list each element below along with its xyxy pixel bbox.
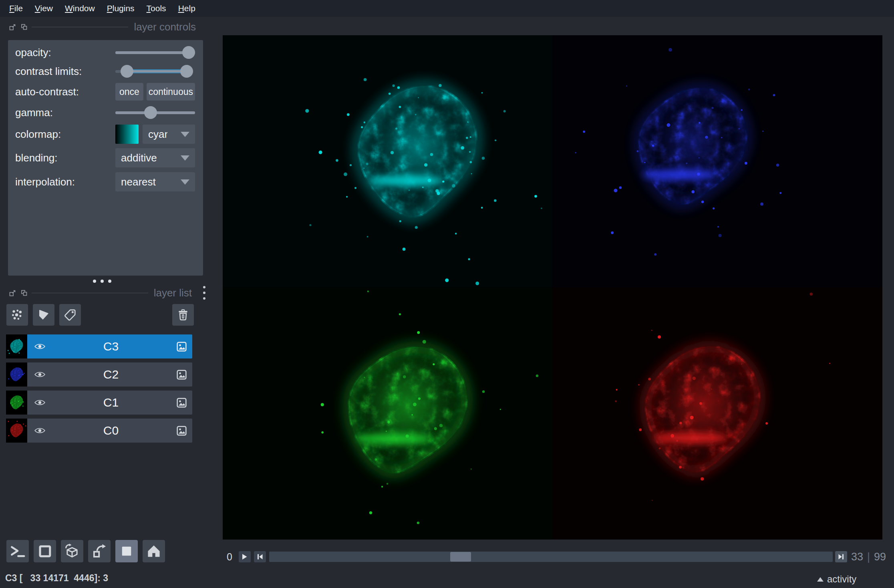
canvas-image-c2 — [553, 35, 883, 288]
colormap-dropdown[interactable]: cyan — [143, 125, 195, 144]
delete-layer-button[interactable] — [172, 304, 194, 326]
float-panel-icon[interactable] — [9, 24, 16, 30]
float-panel-icon[interactable] — [9, 290, 16, 296]
canvas-image-c1 — [223, 288, 553, 540]
labels-tag-icon — [64, 308, 77, 321]
gamma-slider[interactable] — [115, 105, 195, 120]
chevron-down-icon — [181, 179, 189, 185]
opacity-slider-handle[interactable] — [182, 46, 195, 59]
menu-plugins[interactable]: Plugins — [101, 4, 141, 13]
grid-view-canvas — [223, 35, 882, 540]
frame-separator: | — [863, 551, 874, 563]
layer-name: C3 — [45, 340, 177, 353]
layer-thumbnail — [6, 391, 27, 415]
layer-visibility-eye-icon[interactable] — [27, 371, 45, 378]
contrast-limits-label: contrast limits: — [15, 65, 115, 78]
auto-contrast-label: auto-contrast: — [15, 86, 115, 98]
menu-bar: File View Window Plugins Tools Help — [0, 0, 894, 17]
layer-controls-header: layer controls — [9, 21, 196, 33]
triangle-up-icon — [817, 577, 824, 582]
skip-to-end-button[interactable] — [835, 551, 847, 562]
console-button[interactable] — [6, 540, 29, 562]
blending-label: blending: — [15, 152, 115, 164]
colormap-label: colormap: — [15, 128, 115, 141]
skip-end-icon — [838, 554, 844, 560]
dims-slider-row: 0 33 | 99 — [223, 551, 886, 562]
skip-start-icon — [257, 554, 263, 560]
home-reset-view-button[interactable] — [143, 540, 165, 562]
layer-name: C1 — [45, 396, 177, 409]
interpolation-value: nearest — [121, 176, 156, 188]
layer-controls-title: layer controls — [134, 21, 196, 33]
frame-slider[interactable] — [269, 552, 833, 562]
dock-splitter-handle[interactable] — [93, 280, 111, 283]
image-layer-icon — [177, 342, 192, 352]
transpose-dimensions-button[interactable] — [88, 540, 111, 562]
layer-controls-panel: opacity: contrast limits: auto-contrast:… — [8, 40, 203, 276]
opacity-slider[interactable] — [115, 45, 195, 60]
image-layer-icon — [177, 426, 192, 436]
canvas-image-c0 — [553, 288, 883, 540]
menu-help[interactable]: Help — [172, 4, 201, 13]
opacity-label: opacity: — [15, 46, 115, 59]
activity-button[interactable]: activity — [817, 574, 856, 585]
contrast-limits-slider[interactable] — [115, 64, 195, 79]
play-button[interactable] — [239, 551, 251, 562]
layer-row-c3[interactable]: C3 — [6, 334, 192, 358]
hide-panel-icon[interactable] — [21, 24, 28, 30]
grid-icon — [119, 544, 134, 558]
layer-name: C0 — [45, 424, 177, 437]
blending-value: additive — [121, 152, 157, 164]
layer-thumbnail — [6, 362, 27, 387]
chevron-down-icon — [181, 132, 189, 137]
ndisplay-2d-button[interactable] — [34, 540, 56, 562]
skip-to-start-button[interactable] — [254, 551, 266, 562]
interpolation-dropdown[interactable]: nearest — [115, 172, 195, 191]
image-layer-icon — [177, 370, 192, 380]
dims-axis-label: 0 — [227, 551, 232, 563]
menu-file[interactable]: File — [3, 4, 29, 13]
layer-thumbnail — [6, 334, 27, 358]
interpolation-label: interpolation: — [15, 176, 115, 188]
cube-roll-icon — [64, 543, 80, 559]
menu-view[interactable]: View — [29, 4, 59, 13]
transpose-icon — [92, 544, 107, 559]
layer-row-c0[interactable]: C0 — [6, 419, 192, 443]
new-points-layer-button[interactable] — [6, 304, 28, 326]
frame-slider-handle[interactable] — [450, 552, 471, 562]
layer-list-title: layer list — [154, 287, 192, 299]
blending-dropdown[interactable]: additive — [115, 148, 195, 167]
menu-window[interactable]: Window — [59, 4, 101, 13]
console-icon — [10, 544, 25, 558]
current-frame: 33 — [851, 551, 863, 563]
contrast-limits-high-handle[interactable] — [180, 65, 193, 78]
play-icon — [242, 554, 248, 560]
layer-visibility-eye-icon[interactable] — [27, 343, 45, 350]
auto-contrast-once-button[interactable]: once — [115, 83, 143, 101]
layer-list: C3 C2 — [6, 334, 192, 447]
roll-dimensions-button[interactable] — [61, 540, 83, 562]
points-icon — [10, 308, 24, 322]
menu-tools[interactable]: Tools — [141, 4, 172, 13]
viewer-buttons — [6, 540, 165, 562]
auto-contrast-continuous-button[interactable]: continuous — [147, 83, 195, 101]
gamma-label: gamma: — [15, 107, 115, 119]
gamma-slider-handle[interactable] — [144, 106, 157, 119]
layer-row-c1[interactable]: C1 — [6, 391, 192, 415]
status-coordinates: C3 [ 33 14171 4446]: 3 — [5, 573, 108, 584]
activity-label: activity — [827, 574, 856, 585]
layer-list-menu-icon[interactable] — [202, 285, 206, 300]
layer-name: C2 — [45, 368, 177, 381]
layer-toolbar — [6, 303, 194, 326]
layer-visibility-eye-icon[interactable] — [27, 399, 45, 406]
colormap-value: cyan — [148, 128, 167, 141]
grid-view-button[interactable] — [115, 540, 138, 562]
new-shapes-layer-button[interactable] — [33, 304, 54, 326]
contrast-limits-low-handle[interactable] — [121, 65, 133, 78]
layer-row-c2[interactable]: C2 — [6, 362, 192, 387]
new-labels-layer-button[interactable] — [59, 304, 81, 326]
home-icon — [146, 544, 161, 559]
hide-panel-icon[interactable] — [21, 290, 28, 296]
layer-visibility-eye-icon[interactable] — [27, 427, 45, 434]
canvas-viewport[interactable] — [223, 35, 882, 540]
